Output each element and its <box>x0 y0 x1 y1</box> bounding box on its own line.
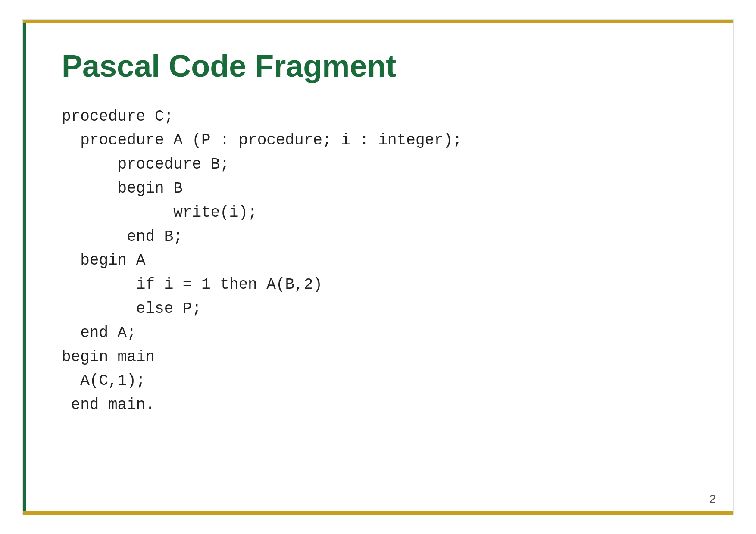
left-accent <box>23 23 26 511</box>
top-bar <box>23 20 733 23</box>
code-block: procedure C; procedure A (P : procedure;… <box>62 105 699 417</box>
slide-content: Pascal Code Fragment procedure C; proced… <box>23 23 733 511</box>
slide: Pascal Code Fragment procedure C; proced… <box>22 19 734 515</box>
bottom-bar <box>23 511 733 515</box>
page-number: 2 <box>709 492 716 506</box>
slide-title: Pascal Code Fragment <box>62 49 699 83</box>
